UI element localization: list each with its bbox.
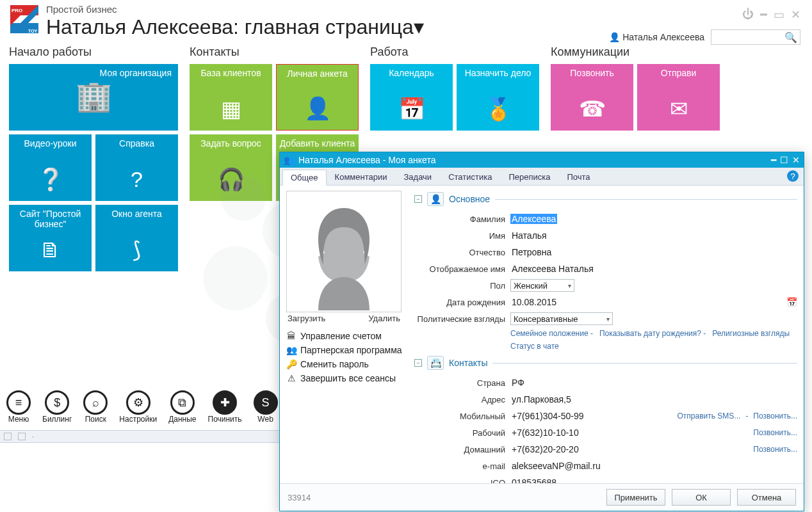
person-section-icon: 👤 xyxy=(427,192,444,206)
change-password-icon: 🔑 xyxy=(286,359,296,369)
tile-my-org[interactable]: Моя организация🏢 xyxy=(9,64,178,131)
user-badge[interactable]: 👤Наталья Алексеева xyxy=(609,32,704,42)
dialog-titlebar: 👥 Наталья Алексеева - Моя анкета ━ ☐ ✕ xyxy=(280,152,804,168)
site-icon: 🗎 xyxy=(40,234,61,265)
call-link[interactable]: Позвонить xyxy=(753,445,797,454)
tile-label: База клиентов xyxy=(200,68,261,88)
search-icon: 🔍 xyxy=(784,31,797,44)
dialog-footer: 33914 Применить ОК Отмена xyxy=(280,483,804,511)
work-phone-field[interactable]: +7(632)10-10-10 xyxy=(510,427,580,438)
toolbar-label: Данные xyxy=(168,415,196,424)
search-input[interactable]: 🔍 xyxy=(711,29,800,45)
call-link[interactable]: Позвонить xyxy=(753,412,797,420)
home-phone-field[interactable]: +7(632)20-20-20 xyxy=(510,444,580,455)
toolbar-data[interactable]: ⧉Данные xyxy=(168,390,196,424)
collapse-icon[interactable]: − xyxy=(414,195,422,203)
tile-agent-window[interactable]: Окно агента⟆ xyxy=(95,205,178,271)
toolbar-settings[interactable]: ⚙Настройки xyxy=(119,390,157,424)
email-field[interactable]: alekseevaNP@mail.ru xyxy=(510,460,602,472)
change-password[interactable]: 🔑Сменить пароль xyxy=(286,359,414,369)
personal-form-icon: 👤 xyxy=(304,93,331,124)
tab-Переписка[interactable]: Переписка xyxy=(500,169,558,185)
end-sessions-icon: ⚠ xyxy=(286,373,296,383)
gender-select[interactable]: Женский xyxy=(510,279,574,292)
tile-assign-task[interactable]: Назначить дело🏅 xyxy=(457,64,539,131)
close-icon[interactable]: ✕ xyxy=(791,8,800,22)
svg-point-3 xyxy=(221,176,266,221)
display-name-field[interactable]: Алексеева Наталья xyxy=(510,263,595,275)
tile-label: Отправи xyxy=(661,68,697,88)
surname-field[interactable]: Алексеева xyxy=(510,214,557,224)
end-sessions[interactable]: ⚠Завершить все сеансы xyxy=(286,373,414,383)
manage-account[interactable]: 🏛Управление счетом xyxy=(286,331,414,341)
tile-label: Видео-уроки xyxy=(24,138,77,159)
assign-task-icon: 🏅 xyxy=(485,93,512,124)
tile-call[interactable]: Позвонить☎ xyxy=(551,64,633,131)
mobile-field[interactable]: +7(961)304-50-99 xyxy=(510,410,585,422)
tab-Задачи[interactable]: Задачи xyxy=(395,169,440,185)
app-small-title: Простой бизнес xyxy=(46,4,742,15)
dialog-close-icon[interactable]: ✕ xyxy=(792,155,800,165)
minimize-icon[interactable]: ━ xyxy=(760,8,767,22)
icq-field[interactable]: 018535688 xyxy=(510,477,558,483)
tile-label: Задать вопрос xyxy=(200,138,261,159)
group-contacts-label: Контакты xyxy=(449,358,487,368)
extra-link[interactable]: Статус в чате xyxy=(510,342,559,351)
toolbar-label: Web xyxy=(257,415,273,424)
ok-button[interactable]: ОК xyxy=(672,489,731,506)
delete-avatar-link[interactable]: Удалить xyxy=(368,314,400,323)
tile-calendar[interactable]: Календарь📅 xyxy=(370,64,453,131)
tile-video-lessons[interactable]: Видео-уроки❔ xyxy=(9,134,92,201)
address-field[interactable]: ул.Парковая,5 xyxy=(510,394,572,405)
tab-Почта[interactable]: Почта xyxy=(558,169,598,185)
dialog-minimize-icon[interactable]: ━ xyxy=(771,155,776,165)
tile-client-base[interactable]: База клиентов▦ xyxy=(190,64,272,131)
tile-help[interactable]: Справка? xyxy=(95,134,178,201)
tab-Комментарии[interactable]: Комментарии xyxy=(327,169,396,185)
help-icon[interactable]: ? xyxy=(787,170,799,182)
dialog-maximize-icon[interactable]: ☐ xyxy=(780,155,788,165)
settings-icon: ⚙ xyxy=(126,390,150,415)
upload-avatar-link[interactable]: Загрузить xyxy=(288,314,325,323)
send-sms-link[interactable]: Отправить SMS xyxy=(677,412,740,420)
tile-label: Позвонить xyxy=(570,68,613,88)
toolbar-fix[interactable]: ✚Починить xyxy=(208,390,242,424)
tab-Статистика[interactable]: Статистика xyxy=(440,169,500,185)
profile-dialog: 👥 Наталья Алексеева - Моя анкета ━ ☐ ✕ О… xyxy=(279,152,804,511)
politics-select[interactable]: Консервативные xyxy=(510,312,613,325)
extra-link[interactable]: Семейное положение - xyxy=(510,329,593,338)
partner-program-icon: 👥 xyxy=(286,345,296,355)
calendar-icon[interactable]: 📅 xyxy=(786,297,797,307)
tile-personal-form[interactable]: Личная анкета👤 xyxy=(276,64,359,131)
toolbar-search[interactable]: ⌕Поиск xyxy=(83,390,108,424)
collapse-icon[interactable]: − xyxy=(414,359,422,367)
dob-field[interactable]: 10.08.2015 xyxy=(510,296,558,308)
section-title: Контакты xyxy=(190,45,359,59)
maximize-icon[interactable]: ▭ xyxy=(774,8,784,22)
patronymic-field[interactable]: Петровна xyxy=(510,246,553,258)
section-title: Работа xyxy=(370,45,539,59)
toggle-icon[interactable]: ⏻ xyxy=(742,8,754,22)
menu-icon: ≡ xyxy=(6,390,31,415)
record-id: 33914 xyxy=(288,493,311,502)
toolbar-web[interactable]: SWeb xyxy=(254,390,278,424)
tile-label: Назначить дело xyxy=(465,68,532,88)
toolbar-menu[interactable]: ≡Меню xyxy=(6,390,31,424)
extra-link[interactable]: Показывать дату рождения? - xyxy=(599,329,706,338)
tile-site[interactable]: Сайт "Простой бизнес"🗎 xyxy=(9,205,92,271)
tile-label: Справка xyxy=(119,138,154,159)
extra-link[interactable]: Религиозные взгляды xyxy=(712,329,790,338)
name-field[interactable]: Наталья xyxy=(510,230,548,241)
toolbar-billing[interactable]: $Биллинг xyxy=(42,390,72,424)
help-icon: ? xyxy=(131,164,143,195)
partner-program[interactable]: 👥Партнерская программа xyxy=(286,345,414,355)
tile-send[interactable]: Отправи✉ xyxy=(637,64,720,131)
apply-button[interactable]: Применить xyxy=(606,489,665,506)
country-field[interactable]: РФ xyxy=(510,377,526,388)
cancel-button[interactable]: Отмена xyxy=(737,489,796,506)
search-icon: ⌕ xyxy=(83,390,108,415)
tile-label: Окно агента xyxy=(111,209,162,229)
call-link[interactable]: Позвонить xyxy=(753,428,797,437)
tab-Общее[interactable]: Общее xyxy=(282,170,327,186)
people-icon: 👥 xyxy=(284,155,295,165)
